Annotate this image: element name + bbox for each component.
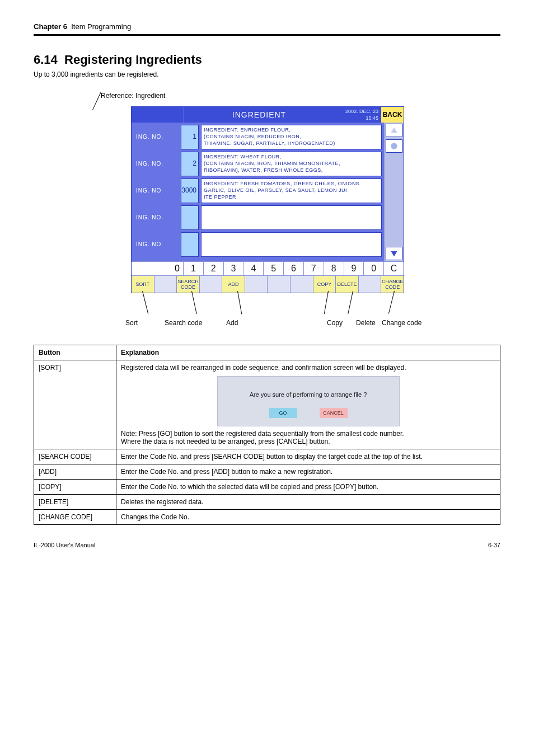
key-7[interactable]: 7 xyxy=(304,262,324,275)
fn-blank-3 xyxy=(245,276,268,293)
tbl-expl-search: Enter the Code No. and press [SEARCH COD… xyxy=(116,449,500,464)
delete-button[interactable]: DELETE xyxy=(336,276,359,293)
svg-point-1 xyxy=(391,143,397,149)
th-button: Button xyxy=(34,345,116,360)
row-label: ING. NO. xyxy=(134,125,181,149)
row-text: INGREDIENT: WHEAT FLOUR, (CONTAINS NIACI… xyxy=(201,152,382,176)
datetime: 2002. DEC. 23 15:45 xyxy=(335,107,381,123)
row-number-input[interactable]: 2 xyxy=(181,152,199,176)
dialog-go-button[interactable]: GO xyxy=(269,408,297,418)
fn-blank-1 xyxy=(154,276,177,293)
back-button[interactable]: BACK xyxy=(381,107,404,123)
fn-blank-4 xyxy=(268,276,291,293)
titlebar: INGREDIENT 2002. DEC. 23 15:45 BACK xyxy=(132,107,404,123)
key-6[interactable]: 6 xyxy=(284,262,304,275)
callout-sort: Sort xyxy=(125,319,138,327)
list-row[interactable]: ING. NO. 2 INGREDIENT: WHEAT FLOUR, (CON… xyxy=(134,152,382,176)
section-title: 6.14 Registering Ingredients xyxy=(34,53,500,67)
chapter-number: Chapter 6 xyxy=(34,22,67,31)
change-code-button[interactable]: CHANGE CODE xyxy=(381,276,404,293)
sort-button[interactable]: SORT xyxy=(132,276,154,293)
ref-ingredient-label: Reference: Ingredient xyxy=(101,92,165,100)
key-2[interactable]: 2 xyxy=(204,262,224,275)
tbl-expl-sort: Registered data will be rearranged in co… xyxy=(116,360,500,449)
callout-add: Add xyxy=(226,319,238,327)
row-label: ING. NO. xyxy=(134,232,181,257)
page-running-header: Chapter 6 Item Programming xyxy=(34,22,500,34)
list-row[interactable]: ING. NO. 3000 INGREDIENT: FRESH TOMATOES… xyxy=(134,179,382,203)
numeric-keypad-row: 0 1 2 3 4 5 6 7 8 9 0 C xyxy=(132,261,404,276)
row-text: INGREDIENT: ENRICHED FLOUR, (CONTAINS NI… xyxy=(201,125,382,149)
confirm-dialog: Are you sure of performing to arrange fi… xyxy=(217,376,400,426)
row-number-input[interactable] xyxy=(181,232,199,257)
screen-title: INGREDIENT xyxy=(184,107,335,123)
scroll-down-button[interactable] xyxy=(386,247,402,260)
tbl-btn-change: [CHANGE CODE] xyxy=(34,510,116,525)
callout-search-code: Search code xyxy=(165,319,202,327)
footer-right: 6-37 xyxy=(488,542,500,548)
tbl-btn-delete: [DELETE] xyxy=(34,495,116,510)
tbl-btn-add: [ADD] xyxy=(34,464,116,480)
row-text: INGREDIENT: FRESH TOMATOES, GREEN CHILES… xyxy=(201,179,382,203)
tbl-btn-sort: [SORT] xyxy=(34,360,116,449)
ref-line xyxy=(92,92,102,110)
footer-left: IL-2000 User's Manual xyxy=(34,542,95,548)
row-number-input[interactable]: 3000 xyxy=(181,179,199,203)
row-number-input[interactable]: 1 xyxy=(181,125,199,149)
row-text xyxy=(201,205,382,230)
scroll-up-button[interactable] xyxy=(386,124,402,137)
list-row[interactable]: ING. NO. 1 INGREDIENT: ENRICHED FLOUR, (… xyxy=(134,125,382,149)
scrollbar xyxy=(384,123,404,261)
tbl-expl-copy: Enter the Code No. to which the selected… xyxy=(116,480,500,495)
scroll-indicator[interactable] xyxy=(386,139,402,153)
callout-copy: Copy xyxy=(327,319,343,327)
key-1[interactable]: 1 xyxy=(184,262,204,275)
key-5[interactable]: 5 xyxy=(264,262,284,275)
dialog-note: Note: Press [GO] button to sort the regi… xyxy=(121,430,495,445)
dialog-message: Are you sure of performing to arrange fi… xyxy=(224,391,392,398)
titlebar-spacer xyxy=(132,107,184,123)
row-label: ING. NO. xyxy=(134,179,181,203)
key-9[interactable]: 9 xyxy=(344,262,364,275)
key-3[interactable]: 3 xyxy=(224,262,244,275)
header-rule xyxy=(34,34,500,36)
tbl-expl-add: Enter the Code No. and press [ADD] butto… xyxy=(116,464,500,480)
page-footer: IL-2000 User's Manual 6-37 xyxy=(34,542,500,548)
tbl-expl-delete: Deletes the registered data. xyxy=(116,495,500,510)
key-8[interactable]: 8 xyxy=(324,262,344,275)
ingredient-screen: INGREDIENT 2002. DEC. 23 15:45 BACK ING.… xyxy=(131,106,404,293)
button-explanation-table: Button Explanation [SORT] Registered dat… xyxy=(34,345,500,525)
callout-delete: Delete xyxy=(356,319,376,327)
callout-change-code: Change code xyxy=(382,319,421,327)
row-number-input[interactable] xyxy=(181,205,199,230)
row-text xyxy=(201,232,382,257)
key-0[interactable]: 0 xyxy=(364,262,384,275)
numeric-display: 0 xyxy=(132,262,184,275)
svg-marker-0 xyxy=(391,127,397,133)
tbl-btn-copy: [COPY] xyxy=(34,480,116,495)
svg-marker-2 xyxy=(391,251,397,257)
function-button-row: SORT SEARCH CODE ADD COPY DELETE CHANGE … xyxy=(132,276,404,293)
section-note: Up to 3,000 ingredients can be registere… xyxy=(34,71,500,78)
row-label: ING. NO. xyxy=(134,152,181,176)
dialog-cancel-button[interactable]: CANCEL xyxy=(320,408,348,418)
add-button[interactable]: ADD xyxy=(222,276,245,293)
chapter-title: Item Programming xyxy=(71,22,131,31)
fn-blank-2 xyxy=(200,276,223,293)
search-code-button[interactable]: SEARCH CODE xyxy=(177,276,200,293)
fn-blank-5 xyxy=(291,276,313,293)
row-label: ING. NO. xyxy=(134,205,181,230)
th-explanation: Explanation xyxy=(116,345,500,360)
list-row[interactable]: ING. NO. xyxy=(134,232,382,257)
fn-blank-6 xyxy=(359,276,382,293)
list-row[interactable]: ING. NO. xyxy=(134,205,382,230)
tbl-btn-search: [SEARCH CODE] xyxy=(34,449,116,464)
callout-labels: Sort Search code Add Copy Delete Change … xyxy=(131,300,403,334)
copy-button[interactable]: COPY xyxy=(313,276,336,293)
key-4[interactable]: 4 xyxy=(243,262,264,275)
tbl-expl-change: Changes the Code No. xyxy=(116,510,500,525)
key-clear[interactable]: C xyxy=(384,262,404,275)
